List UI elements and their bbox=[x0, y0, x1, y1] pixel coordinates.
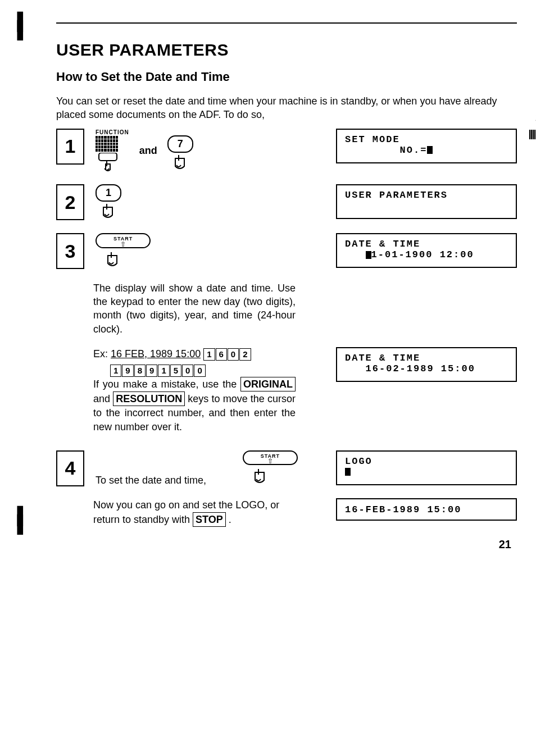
lcd-display: 16-FEB-1989 15:00 bbox=[336, 498, 517, 521]
cursor-icon bbox=[427, 146, 433, 154]
key-7: 7 bbox=[167, 135, 193, 153]
digit-key: 9 bbox=[146, 365, 157, 377]
key-1: 1 bbox=[96, 184, 121, 202]
resolution-key: RESOLUTION bbox=[113, 391, 185, 406]
binding-mark-icon: ▐▐ bbox=[11, 511, 28, 528]
lcd-display: USER PARAMETERS bbox=[336, 184, 517, 219]
section-tab: 3 ||||||||||||| bbox=[529, 110, 536, 140]
stop-key: STOP bbox=[193, 512, 226, 527]
keypad-icon bbox=[96, 136, 118, 152]
page-number: 21 bbox=[56, 538, 517, 551]
lcd-display: LOGO bbox=[336, 450, 517, 485]
press-hand-icon bbox=[243, 467, 276, 487]
digit-key: 5 bbox=[170, 365, 181, 377]
step-number: 3 bbox=[56, 233, 84, 269]
function-key-label: FUNCTION bbox=[96, 129, 129, 136]
press-hand-icon bbox=[96, 153, 120, 173]
page-title: USER PARAMETERS bbox=[56, 40, 517, 60]
start-key: START ⇧ bbox=[243, 450, 298, 465]
step-number: 1 bbox=[56, 129, 84, 165]
original-key: ORIGINAL bbox=[240, 377, 296, 391]
digit-key: 2 bbox=[239, 348, 251, 361]
press-hand-icon bbox=[96, 250, 129, 270]
svg-rect-0 bbox=[99, 153, 117, 161]
digit-key: 1 bbox=[203, 348, 215, 361]
instruction-text: The display will show a date and time. U… bbox=[93, 281, 296, 336]
press-hand-icon bbox=[167, 153, 192, 173]
tab-number: 3 bbox=[529, 110, 536, 127]
start-key: START ⇧ bbox=[96, 233, 151, 248]
step-number: 2 bbox=[56, 184, 84, 220]
example-block: Ex: 16 FEB, 1989 15:00 1602 19891500 If … bbox=[93, 347, 296, 434]
digit-key: 0 bbox=[228, 348, 239, 361]
step-number: 4 bbox=[56, 450, 84, 486]
digit-key: 6 bbox=[216, 348, 227, 361]
digit-key: 0 bbox=[182, 365, 193, 377]
tab-barcode-icon: ||||||||||||| bbox=[529, 128, 536, 140]
intro-text: You can set or reset the date and time w… bbox=[56, 94, 517, 122]
digit-key: 1 bbox=[110, 365, 121, 377]
digit-key: 8 bbox=[134, 365, 146, 377]
digit-key: 1 bbox=[158, 365, 169, 377]
horizontal-rule bbox=[56, 22, 517, 24]
lcd-display: DATE & TIME 16-02-1989 15:00 bbox=[336, 347, 517, 382]
and-text: and bbox=[139, 144, 157, 157]
digit-key: 0 bbox=[194, 365, 205, 377]
section-heading: How to Set the Date and Time bbox=[56, 70, 517, 84]
lcd-display: SET MODE NO.= bbox=[336, 129, 517, 163]
binding-mark-icon: ▐▐ bbox=[11, 17, 28, 34]
lcd-display: DATE & TIME 1-01-1900 12:00 bbox=[336, 233, 517, 268]
cursor-icon bbox=[366, 251, 371, 259]
press-hand-icon bbox=[96, 202, 120, 222]
cursor-icon bbox=[345, 468, 351, 476]
step4-text: To set the date and time, bbox=[96, 473, 206, 487]
final-text: Now you can go on and set the LOGO, or r… bbox=[93, 498, 296, 527]
digit-key: 9 bbox=[122, 365, 133, 377]
